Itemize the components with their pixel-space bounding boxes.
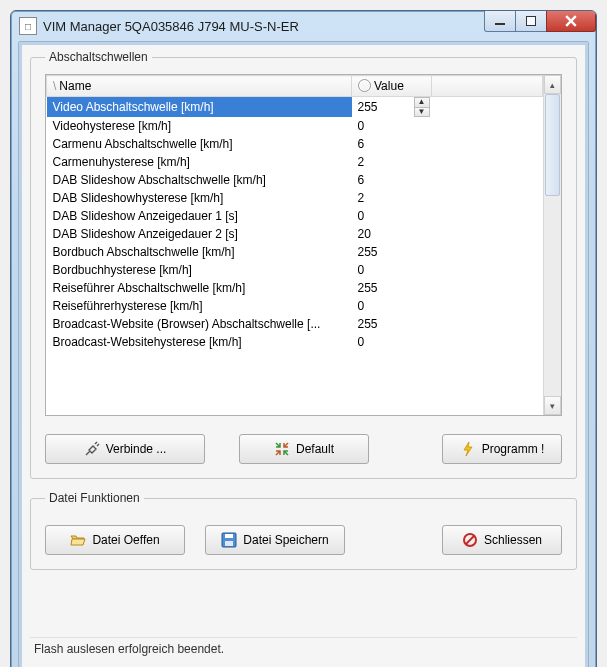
row-name[interactable]: DAB Slideshow Abschaltschwelle [km/h] (47, 171, 352, 189)
table-row[interactable]: Reiseführerhysterese [km/h]0 (47, 297, 543, 315)
row-gap (432, 297, 543, 315)
row-value[interactable]: 2 (352, 189, 432, 207)
threshold-list-body: \Name Value Video Abschaltschwelle [km/h… (46, 75, 543, 415)
svg-rect-2 (225, 541, 233, 546)
status-text: Flash auslesen erfolgreich beendet. (34, 642, 224, 656)
column-header-value[interactable]: Value (352, 76, 432, 97)
app-icon: □ (19, 17, 37, 35)
column-header-value-label: Value (374, 79, 404, 93)
table-row[interactable]: Carmenu Abschaltschwelle [km/h]6 (47, 135, 543, 153)
group-file-legend: Datei Funktionen (45, 491, 144, 505)
scroll-thumb[interactable] (545, 94, 560, 196)
row-value[interactable]: 0 (352, 117, 432, 135)
threshold-list: \Name Value Video Abschaltschwelle [km/h… (45, 74, 562, 416)
row-name[interactable]: Reiseführer Abschaltschwelle [km/h] (47, 279, 352, 297)
value-editor[interactable]: ▲▼ (354, 97, 430, 117)
row-gap (432, 171, 543, 189)
column-header-name[interactable]: \Name (47, 76, 352, 97)
row-name[interactable]: Reiseführerhysterese [km/h] (47, 297, 352, 315)
save-file-button-label: Datei Speichern (243, 533, 328, 547)
maximize-icon (526, 16, 536, 26)
floppy-disk-icon (221, 532, 237, 548)
row-value[interactable]: 0 (352, 297, 432, 315)
svg-line-4 (466, 536, 474, 544)
row-value[interactable]: ▲▼ (352, 97, 432, 118)
minimize-icon (495, 23, 505, 25)
plug-icon (84, 441, 100, 457)
table-row[interactable]: Carmenuhysterese [km/h]2 (47, 153, 543, 171)
row-value[interactable]: 0 (352, 207, 432, 225)
step-up-button[interactable]: ▲ (414, 97, 430, 107)
vertical-scrollbar[interactable]: ▴ ▾ (543, 75, 561, 415)
program-button-label: Programm ! (482, 442, 545, 456)
file-actions: Datei Oeffen Datei Speichern Schliessen (45, 525, 562, 555)
table-row[interactable]: Video Abschaltschwelle [km/h]▲▼ (47, 97, 543, 118)
row-name[interactable]: Bordbuchhysterese [km/h] (47, 261, 352, 279)
table-row[interactable]: DAB Slideshow Abschaltschwelle [km/h]6 (47, 171, 543, 189)
row-gap (432, 117, 543, 135)
default-button[interactable]: Default (239, 434, 369, 464)
table-row[interactable]: Bordbuchhysterese [km/h]0 (47, 261, 543, 279)
row-name[interactable]: Carmenuhysterese [km/h] (47, 153, 352, 171)
value-input[interactable] (354, 97, 414, 117)
row-value[interactable]: 20 (352, 225, 432, 243)
sort-indicator-icon: \ (53, 79, 56, 93)
app-window: □ VIM Manager 5QA035846 J794 MU-S-N-ER A… (10, 10, 597, 667)
close-button[interactable] (546, 11, 596, 32)
row-value[interactable]: 0 (352, 333, 432, 351)
no-entry-icon (462, 532, 478, 548)
table-row[interactable]: DAB Slideshow Anzeigedauer 2 [s]20 (47, 225, 543, 243)
row-value[interactable]: 255 (352, 315, 432, 333)
maximize-button[interactable] (515, 11, 547, 32)
row-value[interactable]: 6 (352, 135, 432, 153)
lightning-icon (460, 441, 476, 457)
table-row[interactable]: DAB Slideshowhysterese [km/h]2 (47, 189, 543, 207)
scroll-up-button[interactable]: ▴ (544, 75, 561, 94)
row-name[interactable]: Broadcast-Websitehysterese [km/h] (47, 333, 352, 351)
default-button-label: Default (296, 442, 334, 456)
table-row[interactable]: DAB Slideshow Anzeigedauer 1 [s]0 (47, 207, 543, 225)
table-row[interactable]: Videohysterese [km/h]0 (47, 117, 543, 135)
row-value[interactable]: 255 (352, 243, 432, 261)
group-file-functions: Datei Funktionen Datei Oeffen Datei Spei… (30, 491, 577, 570)
open-file-button[interactable]: Datei Oeffen (45, 525, 185, 555)
window-title: VIM Manager 5QA035846 J794 MU-S-N-ER (43, 19, 485, 34)
close-app-button[interactable]: Schliessen (442, 525, 562, 555)
threshold-actions: Verbinde ... Default (45, 434, 562, 464)
row-gap (432, 279, 543, 297)
minimize-button[interactable] (484, 11, 516, 32)
row-name[interactable]: Bordbuch Abschaltschwelle [km/h] (47, 243, 352, 261)
row-name[interactable]: Videohysterese [km/h] (47, 117, 352, 135)
group-thresholds-legend: Abschaltschwellen (45, 50, 152, 64)
svg-rect-1 (225, 534, 233, 538)
table-row[interactable]: Broadcast-Websitehysterese [km/h]0 (47, 333, 543, 351)
row-name[interactable]: Video Abschaltschwelle [km/h] (47, 97, 352, 118)
save-file-button[interactable]: Datei Speichern (205, 525, 345, 555)
client-area: Abschaltschwellen \Name Value (18, 41, 589, 667)
scroll-track[interactable] (544, 94, 561, 396)
scroll-down-button[interactable]: ▾ (544, 396, 561, 415)
row-gap (432, 189, 543, 207)
row-gap (432, 153, 543, 171)
status-bar: Flash auslesen erfolgreich beendet. (30, 637, 577, 660)
row-value[interactable]: 0 (352, 261, 432, 279)
row-value[interactable]: 255 (352, 279, 432, 297)
titlebar[interactable]: □ VIM Manager 5QA035846 J794 MU-S-N-ER (11, 11, 596, 41)
row-value[interactable]: 6 (352, 171, 432, 189)
row-name[interactable]: Carmenu Abschaltschwelle [km/h] (47, 135, 352, 153)
program-button[interactable]: Programm ! (442, 434, 562, 464)
row-gap (432, 207, 543, 225)
row-name[interactable]: DAB Slideshowhysterese [km/h] (47, 189, 352, 207)
threshold-table: \Name Value Video Abschaltschwelle [km/h… (46, 75, 543, 351)
step-down-button[interactable]: ▼ (414, 107, 430, 118)
row-name[interactable]: DAB Slideshow Anzeigedauer 1 [s] (47, 207, 352, 225)
row-name[interactable]: DAB Slideshow Anzeigedauer 2 [s] (47, 225, 352, 243)
close-icon (565, 15, 577, 27)
row-name[interactable]: Broadcast-Website (Browser) Abschaltschw… (47, 315, 352, 333)
table-row[interactable]: Reiseführer Abschaltschwelle [km/h]255 (47, 279, 543, 297)
row-value[interactable]: 2 (352, 153, 432, 171)
table-row[interactable]: Broadcast-Website (Browser) Abschaltschw… (47, 315, 543, 333)
connect-button[interactable]: Verbinde ... (45, 434, 205, 464)
table-row[interactable]: Bordbuch Abschaltschwelle [km/h]255 (47, 243, 543, 261)
row-gap (432, 333, 543, 351)
